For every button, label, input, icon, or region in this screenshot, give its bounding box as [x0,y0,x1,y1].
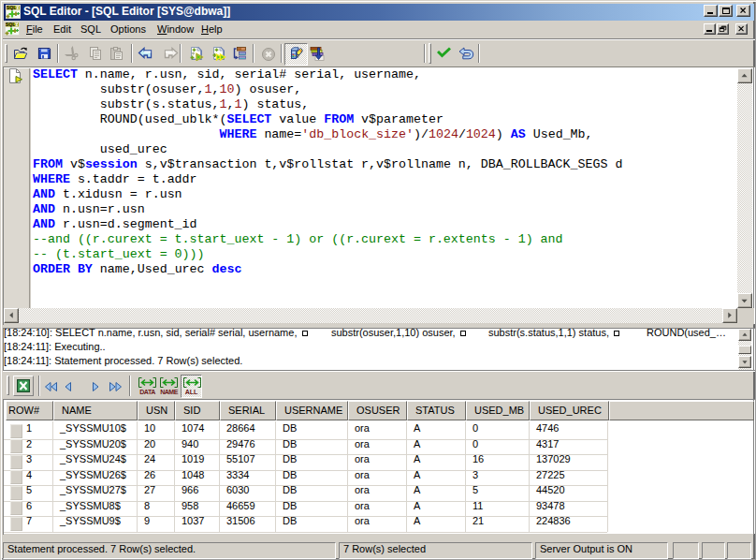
svg-text:SQL: SQL [7,5,17,10]
svg-text:SQL: SQL [6,22,16,27]
